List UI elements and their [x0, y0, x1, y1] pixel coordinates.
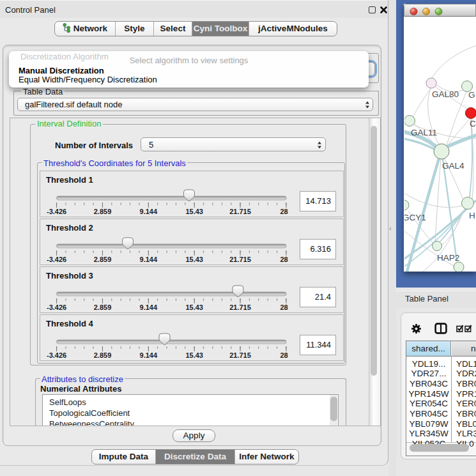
svg-text:15.43: 15.43 [185, 351, 203, 359]
svg-text:9.144: 9.144 [140, 208, 158, 215]
svg-text:21.715: 21.715 [229, 208, 251, 215]
svg-text:15.43: 15.43 [185, 256, 203, 263]
svg-text:15.43: 15.43 [185, 208, 203, 215]
svg-text:21.715: 21.715 [229, 256, 251, 263]
svg-text:GAL11: GAL11 [411, 128, 437, 137]
svg-text:21.715: 21.715 [229, 303, 251, 311]
svg-text:9.144: 9.144 [140, 256, 158, 263]
svg-text:28: 28 [280, 256, 288, 263]
svg-text:-3.426: -3.426 [47, 256, 66, 263]
svg-text:2.859: 2.859 [94, 208, 112, 215]
svg-text:2.859: 2.859 [94, 303, 112, 311]
svg-text:9.144: 9.144 [140, 303, 158, 311]
svg-text:G: G [468, 90, 475, 100]
svg-text:HAP2: HAP2 [437, 253, 459, 263]
svg-text:GCY1: GCY1 [404, 213, 426, 222]
svg-text:C: C [470, 119, 476, 128]
svg-text:21.715: 21.715 [229, 351, 251, 359]
svg-text:-3.426: -3.426 [47, 351, 66, 359]
svg-text:28: 28 [280, 303, 288, 311]
svg-text:GAL80: GAL80 [432, 89, 459, 99]
svg-text:28: 28 [280, 351, 288, 359]
svg-text:H: H [469, 211, 475, 220]
svg-text:15.43: 15.43 [185, 303, 203, 311]
svg-text:2.859: 2.859 [94, 351, 112, 359]
svg-text:-3.426: -3.426 [47, 208, 66, 215]
svg-text:28: 28 [280, 208, 288, 215]
svg-text:9.144: 9.144 [140, 351, 158, 359]
svg-text:-3.426: -3.426 [47, 303, 66, 311]
svg-text:2.859: 2.859 [94, 256, 112, 263]
svg-text:GAL4: GAL4 [442, 161, 464, 171]
